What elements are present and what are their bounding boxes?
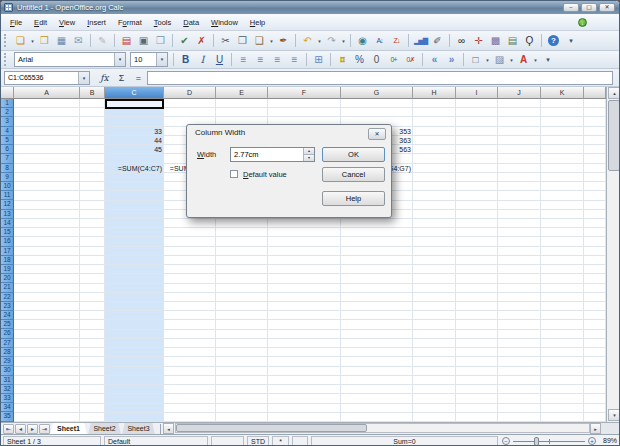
zoom-level-field[interactable]: 89% — [600, 436, 619, 446]
undo-dropdown-icon[interactable]: ▾ — [316, 38, 323, 44]
draw-functions-icon[interactable]: ✐ — [429, 33, 446, 48]
copy-icon[interactable]: ❐ — [234, 33, 251, 48]
hscroll-right-icon[interactable]: ▸ — [590, 423, 601, 434]
help-button[interactable]: Help — [322, 191, 385, 206]
cell-C8[interactable]: =SUM(C4:C7) — [105, 164, 164, 173]
column-header-B[interactable]: B — [80, 87, 105, 99]
menu-tools[interactable]: Tools — [148, 16, 178, 29]
column-header-C[interactable]: C — [105, 87, 164, 99]
row-header-24[interactable]: 24 — [1, 311, 14, 320]
page-style-field[interactable]: Default — [104, 436, 208, 446]
menu-data[interactable]: Data — [177, 16, 205, 29]
spin-down-icon[interactable]: ▾ — [304, 155, 314, 161]
insert-chart-icon[interactable]: ▂▅▇ — [412, 33, 429, 48]
selection-sum-field[interactable]: Sum=0 — [311, 436, 498, 446]
font-color-icon[interactable]: A — [515, 52, 532, 67]
row-header-16[interactable]: 16 — [1, 237, 14, 246]
standard-format-icon[interactable]: 0 — [368, 52, 385, 67]
row-header-12[interactable]: 12 — [1, 200, 14, 209]
row-header-28[interactable]: 28 — [1, 348, 14, 357]
row-header-26[interactable]: 26 — [1, 329, 14, 338]
zoom-slider-thumb[interactable] — [534, 437, 539, 446]
row-header-19[interactable]: 19 — [1, 265, 14, 274]
row-header-33[interactable]: 33 — [1, 394, 14, 403]
row-header-34[interactable]: 34 — [1, 403, 14, 412]
column-header-I[interactable]: I — [456, 87, 498, 99]
row-header-22[interactable]: 22 — [1, 293, 14, 302]
update-notification-icon[interactable]: ↓ — [578, 18, 587, 27]
row-header-17[interactable]: 17 — [1, 247, 14, 256]
function-button[interactable]: = — [131, 71, 146, 85]
column-header-E[interactable]: E — [216, 87, 268, 99]
row-header-18[interactable]: 18 — [1, 256, 14, 265]
cut-icon[interactable]: ✂ — [217, 33, 234, 48]
next-sheet-icon[interactable]: ▸ — [27, 424, 38, 434]
row-header-3[interactable]: 3 — [1, 117, 14, 126]
name-box[interactable]: C1:C65536 ▾ — [4, 71, 90, 85]
data-sources-icon[interactable]: ▤ — [504, 33, 521, 48]
row-header-7[interactable]: 7 — [1, 154, 14, 163]
vertical-scroll-thumb[interactable] — [608, 100, 620, 171]
width-input[interactable]: 2.77cm ▴ ▾ — [230, 147, 315, 162]
new-document-icon[interactable]: ❏ — [12, 33, 29, 48]
column-header-partial[interactable] — [584, 87, 606, 99]
font-color-dropdown-icon[interactable]: ▾ — [532, 57, 539, 63]
menu-insert[interactable]: Insert — [81, 16, 112, 29]
italic-icon[interactable]: I — [194, 52, 211, 67]
font-name-combo-dropdown-icon[interactable]: ▾ — [114, 53, 125, 66]
open-folder-icon[interactable]: ❒ — [36, 33, 53, 48]
decrease-indent-icon[interactable]: « — [426, 52, 443, 67]
find-replace-icon[interactable]: ∞ — [453, 33, 470, 48]
spellcheck-icon[interactable]: ✔ — [176, 33, 193, 48]
align-left-icon[interactable]: ≡ — [235, 52, 252, 67]
menu-edit[interactable]: Edit — [28, 16, 53, 29]
name-box-dropdown-icon[interactable]: ▾ — [78, 72, 89, 84]
row-header-25[interactable]: 25 — [1, 320, 14, 329]
auto-spellcheck-icon[interactable]: ✗ — [193, 33, 210, 48]
borders-icon[interactable]: □ — [467, 52, 484, 67]
font-size-combo[interactable]: 10▾ — [130, 52, 168, 67]
print-icon[interactable]: ▣ — [135, 33, 152, 48]
close-button[interactable]: ✕ — [599, 3, 615, 12]
email-icon[interactable]: ✉ — [70, 33, 87, 48]
align-justified-icon[interactable]: ≡ — [286, 52, 303, 67]
column-header-D[interactable]: D — [164, 87, 216, 99]
row-header-31[interactable]: 31 — [1, 376, 14, 385]
scroll-up-icon[interactable]: ▴ — [608, 87, 620, 99]
previous-sheet-icon[interactable]: ◂ — [15, 424, 26, 434]
redo-icon[interactable]: ↷ — [323, 33, 340, 48]
column-header-A[interactable]: A — [14, 87, 80, 99]
first-sheet-icon[interactable]: ⇤ — [3, 424, 14, 434]
bold-icon[interactable]: B — [177, 52, 194, 67]
format-paintbrush-icon[interactable]: ✒ — [275, 33, 292, 48]
toolbar-grip[interactable] — [4, 34, 9, 47]
row-header-6[interactable]: 6 — [1, 145, 14, 154]
align-right-icon[interactable]: ≡ — [269, 52, 286, 67]
paste-icon[interactable]: ❑ — [251, 33, 268, 48]
maximize-button[interactable]: ▢ — [581, 3, 597, 12]
cancel-button[interactable]: Cancel — [322, 167, 385, 182]
delete-decimal-icon[interactable]: 0✗ — [402, 52, 419, 67]
cell-C5[interactable]: 44 — [105, 136, 164, 145]
row-header-11[interactable]: 11 — [1, 191, 14, 200]
minimize-button[interactable]: − — [563, 3, 579, 12]
menu-help[interactable]: Help — [244, 16, 271, 29]
sort-ascending-icon[interactable]: A↓ — [371, 33, 388, 48]
cell-C6[interactable]: 45 — [105, 145, 164, 154]
font-size-combo-dropdown-icon[interactable]: ▾ — [156, 53, 167, 66]
row-header-30[interactable]: 30 — [1, 366, 14, 375]
row-header-20[interactable]: 20 — [1, 274, 14, 283]
currency-format-icon[interactable]: ¤ — [334, 52, 351, 67]
merge-cells-icon[interactable]: ⊞ — [310, 52, 327, 67]
row-header-2[interactable]: 2 — [1, 108, 14, 117]
menu-file[interactable]: File — [4, 16, 28, 29]
row-header-13[interactable]: 13 — [1, 210, 14, 219]
spin-up-icon[interactable]: ▴ — [304, 148, 314, 155]
zoom-out-icon[interactable]: − — [502, 437, 510, 445]
increase-indent-icon[interactable]: » — [443, 52, 460, 67]
row-header-29[interactable]: 29 — [1, 357, 14, 366]
sort-descending-icon[interactable]: Z↓ — [388, 33, 405, 48]
column-header-G[interactable]: G — [341, 87, 413, 99]
zoom-icon[interactable]: Ϙ — [521, 33, 538, 48]
row-header-8[interactable]: 8 — [1, 164, 14, 173]
